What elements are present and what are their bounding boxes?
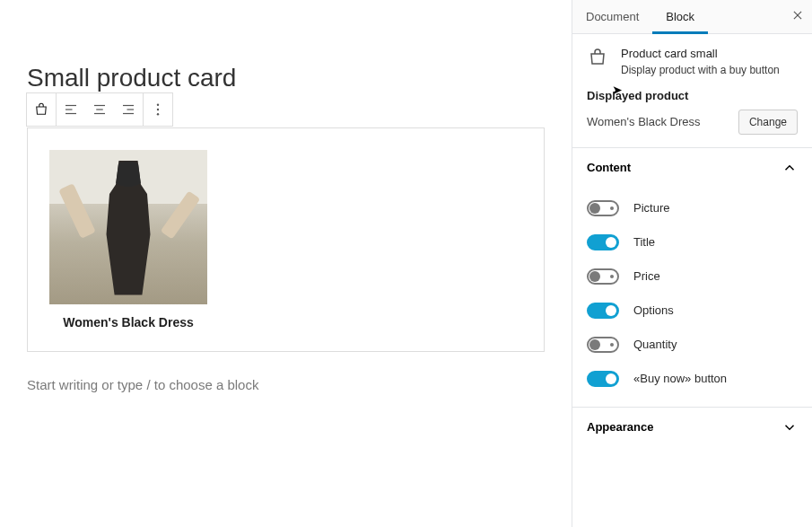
toggle-buy-now[interactable] — [587, 371, 619, 387]
toggle-row-options: Options — [587, 294, 798, 328]
toggle-label-price: Price — [633, 269, 660, 283]
toggle-picture[interactable] — [587, 200, 619, 216]
block-meta: Product card small Display product with … — [572, 34, 812, 83]
toggle-quantity[interactable] — [587, 337, 619, 353]
close-sidebar-button[interactable] — [783, 3, 812, 31]
block-meta-description: Display product with a buy button — [621, 64, 780, 78]
appearance-section-title: Appearance — [587, 420, 653, 434]
new-block-placeholder[interactable]: Start writing or type / to choose a bloc… — [27, 377, 545, 392]
product-card-icon — [587, 47, 608, 68]
tab-block[interactable]: Block — [652, 1, 708, 34]
block-toolbar — [26, 92, 173, 127]
change-product-button[interactable]: Change — [738, 110, 798, 135]
toggle-label-picture: Picture — [633, 201, 669, 215]
toggle-options[interactable] — [587, 303, 619, 319]
sidebar-tabs: Document Block — [572, 0, 812, 34]
displayed-product-label: Displayed product — [572, 83, 812, 110]
displayed-product-row: Women's Black Dress Change — [572, 110, 812, 147]
content-section-toggle[interactable]: Content — [572, 148, 812, 188]
chevron-down-icon — [781, 419, 798, 435]
content-section: Content PictureTitlePriceOptionsQuantity… — [572, 147, 812, 407]
bag-icon — [33, 101, 49, 118]
chevron-up-icon — [781, 160, 798, 176]
align-right-button[interactable] — [114, 93, 143, 126]
align-left-icon — [63, 101, 79, 118]
tab-document[interactable]: Document — [572, 0, 652, 33]
toggle-label-options: Options — [633, 303, 674, 317]
close-icon — [791, 9, 804, 22]
toggle-label-title: Title — [633, 235, 655, 249]
product-image — [49, 150, 207, 304]
toggle-row-title: Title — [587, 225, 798, 259]
product-card: Women's Black Dress — [49, 150, 207, 329]
displayed-product-value: Women's Black Dress — [587, 115, 701, 128]
toggle-row-quantity: Quantity — [587, 328, 798, 362]
toggle-label-quantity: Quantity — [633, 338, 677, 351]
toggle-title[interactable] — [587, 234, 619, 250]
toggle-row-price: Price — [587, 259, 798, 294]
toggle-row-picture: Picture — [587, 191, 798, 225]
svg-point-11 — [157, 113, 159, 115]
align-left-button[interactable] — [57, 93, 85, 126]
sidebar-panel: Product card small Display product with … — [572, 34, 812, 527]
page-title[interactable]: Small product card — [27, 63, 545, 93]
svg-point-9 — [157, 104, 159, 106]
more-vertical-icon — [150, 101, 166, 118]
toggle-price[interactable] — [587, 268, 619, 285]
product-title: Women's Black Dress — [49, 315, 207, 329]
toggle-row-buy-now: «Buy now» button — [587, 362, 798, 396]
align-center-button[interactable] — [85, 93, 114, 126]
editor-canvas: Small product card — [0, 0, 572, 527]
appearance-section-toggle[interactable]: Appearance — [572, 408, 812, 447]
content-toggles: PictureTitlePriceOptionsQuantity«Buy now… — [572, 188, 812, 407]
block-meta-title: Product card small — [621, 47, 780, 60]
block-type-button[interactable] — [27, 93, 56, 126]
more-options-button[interactable] — [144, 93, 172, 126]
appearance-section: Appearance — [572, 407, 812, 447]
content-section-title: Content — [587, 161, 631, 174]
svg-point-10 — [157, 109, 159, 110]
product-card-block[interactable]: Women's Black Dress — [27, 127, 545, 352]
align-right-icon — [120, 101, 136, 118]
align-center-icon — [92, 101, 108, 118]
toggle-label-buy-now: «Buy now» button — [633, 372, 727, 385]
settings-sidebar: Document Block Product card small Displa… — [572, 0, 812, 527]
